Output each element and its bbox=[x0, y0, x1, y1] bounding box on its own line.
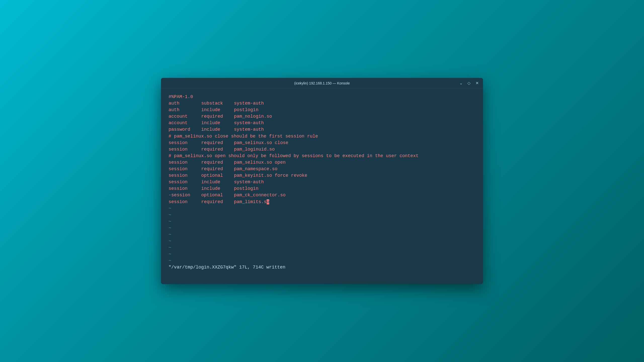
col1-text: session bbox=[169, 140, 201, 146]
col2-text: include bbox=[201, 126, 234, 133]
tilde-char: ~ bbox=[169, 205, 171, 212]
terminal-line: session include system-auth bbox=[169, 179, 475, 185]
terminal-line: session optional pam_keyinit.so force re… bbox=[169, 172, 475, 179]
col2-text: optional bbox=[201, 192, 234, 198]
comment-text: # pam_selinux.so open should only be fol… bbox=[169, 153, 419, 159]
col2-text: optional bbox=[201, 172, 234, 179]
tilde-char: ~ bbox=[169, 225, 171, 231]
col2-text: required bbox=[201, 166, 234, 172]
status-line: "/var/tmp/login.XXZG7qkw" 17L, 714C writ… bbox=[169, 264, 475, 270]
tilde-line: ~ bbox=[169, 251, 475, 257]
terminal-line: account include system-auth bbox=[169, 120, 475, 126]
col3-text: system-auth bbox=[234, 100, 264, 107]
terminal-line: session required pam_selinux.so close bbox=[169, 140, 475, 146]
col1-text: -session bbox=[169, 192, 201, 198]
col1-text: session bbox=[169, 166, 201, 172]
col2-text: required bbox=[201, 140, 234, 146]
tilde-line: ~ bbox=[169, 225, 475, 231]
tilde-lines: ~~~~~~~~~ bbox=[169, 205, 475, 264]
col3-text: system-auth bbox=[234, 179, 264, 185]
col3-text: pam_keyinit.so force revoke bbox=[234, 172, 307, 179]
tilde-char: ~ bbox=[169, 251, 171, 257]
col2-text: substack bbox=[201, 100, 234, 107]
col1-text: session bbox=[169, 172, 201, 179]
tilde-line: ~ bbox=[169, 218, 475, 225]
tilde-char: ~ bbox=[169, 244, 171, 251]
tilde-char: ~ bbox=[169, 238, 171, 244]
terminal-body: #%PAM-1.0 auth substack system-authauth … bbox=[161, 88, 483, 284]
col1-text: session bbox=[169, 146, 201, 153]
col3-text: pam_limits.so bbox=[234, 199, 269, 205]
col3-text: pam_ck_connector.so bbox=[234, 192, 286, 198]
tilde-line: ~ bbox=[169, 238, 475, 244]
col3-text: system-auth bbox=[234, 120, 264, 126]
col2-text: required bbox=[201, 199, 234, 205]
terminal-line: session required pam_selinux.so open bbox=[169, 159, 475, 166]
cursor: o bbox=[267, 199, 269, 204]
col1-text: auth bbox=[169, 107, 201, 113]
col2-text: include bbox=[201, 107, 234, 113]
float-button[interactable]: ◇ bbox=[466, 80, 472, 86]
col3-text: pam_nologin.so bbox=[234, 113, 272, 120]
terminal-window: (icekylin) 192.168.1.150 — Konsole ⌄ ◇ ✕… bbox=[161, 78, 483, 284]
tilde-char: ~ bbox=[169, 257, 171, 264]
col2-text: include bbox=[201, 179, 234, 185]
col3-text: postlogin bbox=[234, 107, 258, 113]
terminal-line: # pam_selinux.so open should only be fol… bbox=[169, 153, 475, 159]
window-title: (icekylin) 192.168.1.150 — Konsole bbox=[294, 81, 350, 85]
tilde-line: ~ bbox=[169, 244, 475, 251]
col1-text: password bbox=[169, 126, 201, 133]
col1-text: session bbox=[169, 199, 201, 205]
minimize-button[interactable]: ⌄ bbox=[458, 80, 464, 86]
tilde-line: ~ bbox=[169, 212, 475, 218]
tilde-line: ~ bbox=[169, 257, 475, 264]
col2-text: include bbox=[201, 120, 234, 126]
col1-text: account bbox=[169, 113, 201, 120]
comment-text: # pam_selinux.so close should be the fir… bbox=[169, 133, 318, 140]
tilde-char: ~ bbox=[169, 212, 171, 218]
col1-text: account bbox=[169, 120, 201, 126]
window-controls: ⌄ ◇ ✕ bbox=[458, 80, 480, 86]
terminal-line: # pam_selinux.so close should be the fir… bbox=[169, 133, 475, 140]
col1-text: #%PAM-1.0 bbox=[169, 94, 201, 100]
terminal-line: session required pam_loginuid.so bbox=[169, 146, 475, 153]
terminal-line: auth substack system-auth bbox=[169, 100, 475, 107]
col1-text: session bbox=[169, 159, 201, 166]
col3-text: pam_selinux.so close bbox=[234, 140, 288, 146]
tilde-line: ~ bbox=[169, 231, 475, 238]
col1-text: auth bbox=[169, 100, 201, 107]
col3-text: system-auth bbox=[234, 126, 264, 133]
terminal-content: #%PAM-1.0 auth substack system-authauth … bbox=[169, 94, 475, 205]
terminal-line: #%PAM-1.0 bbox=[169, 94, 475, 100]
terminal-line: account required pam_nologin.so bbox=[169, 113, 475, 120]
tilde-line: ~ bbox=[169, 205, 475, 212]
terminal-line: password include system-auth bbox=[169, 126, 475, 133]
tilde-char: ~ bbox=[169, 218, 171, 225]
close-button[interactable]: ✕ bbox=[474, 80, 480, 86]
col3-text: pam_selinux.so open bbox=[234, 159, 286, 166]
col2-text: required bbox=[201, 159, 234, 166]
col1-text: session bbox=[169, 179, 201, 185]
col3-text: pam_loginuid.so bbox=[234, 146, 275, 153]
col3-text: postlogin bbox=[234, 185, 258, 192]
col1-text: session bbox=[169, 185, 201, 192]
tilde-char: ~ bbox=[169, 231, 171, 238]
terminal-line: auth include postlogin bbox=[169, 107, 475, 113]
col2-text: required bbox=[201, 113, 234, 120]
col2-text: include bbox=[201, 185, 234, 192]
col2-text: required bbox=[201, 146, 234, 153]
terminal-line: session include postlogin bbox=[169, 185, 475, 192]
terminal-line: session required pam_namespace.so bbox=[169, 166, 475, 172]
col3-text: pam_namespace.so bbox=[234, 166, 277, 172]
titlebar: (icekylin) 192.168.1.150 — Konsole ⌄ ◇ ✕ bbox=[161, 78, 483, 88]
terminal-line: session required pam_limits.so bbox=[169, 199, 475, 205]
terminal-line: -session optional pam_ck_connector.so bbox=[169, 192, 475, 198]
